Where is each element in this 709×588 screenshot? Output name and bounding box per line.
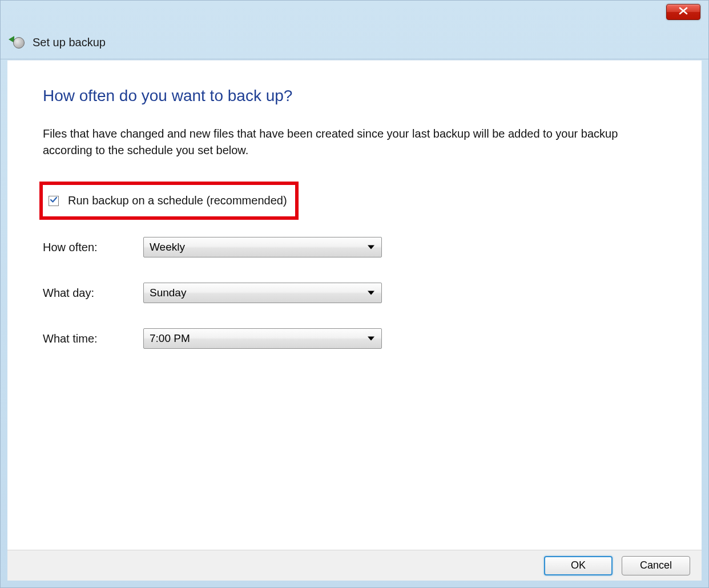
page-heading: How often do you want to back up? xyxy=(43,87,666,105)
close-button[interactable] xyxy=(666,4,700,20)
what-time-row: What time: 7:00 PM xyxy=(43,328,666,349)
ok-button-label: OK xyxy=(571,559,586,571)
how-often-row: How often: Weekly xyxy=(43,237,666,257)
what-day-dropdown[interactable]: Sunday xyxy=(143,283,382,303)
how-often-label: How often: xyxy=(43,241,143,254)
wizard-title: Set up backup xyxy=(33,36,106,49)
chevron-down-icon xyxy=(368,291,374,295)
how-often-value: Weekly xyxy=(150,241,185,253)
run-on-schedule-checkbox[interactable] xyxy=(49,196,59,206)
what-time-label: What time: xyxy=(43,332,143,345)
wizard-footer: OK Cancel xyxy=(7,550,702,581)
chevron-down-icon xyxy=(368,245,374,249)
what-day-row: What day: Sunday xyxy=(43,283,666,303)
what-time-value: 7:00 PM xyxy=(150,332,190,345)
chevron-down-icon xyxy=(368,337,374,341)
wizard-window: Set up backup How often do you want to b… xyxy=(0,0,709,588)
what-day-value: Sunday xyxy=(150,287,186,299)
run-on-schedule-label: Run backup on a schedule (recommended) xyxy=(68,194,287,207)
backup-wizard-icon xyxy=(10,35,26,51)
close-icon xyxy=(678,7,688,17)
how-often-dropdown[interactable]: Weekly xyxy=(143,237,382,257)
content-panel: How often do you want to back up? Files … xyxy=(7,60,702,553)
ok-button[interactable]: OK xyxy=(544,556,613,575)
page-description: Files that have changed and new files th… xyxy=(43,126,625,159)
checkmark-icon xyxy=(50,196,58,206)
cancel-button[interactable]: Cancel xyxy=(622,556,690,575)
cancel-button-label: Cancel xyxy=(640,559,672,571)
schedule-checkbox-highlight: Run backup on a schedule (recommended) xyxy=(39,182,299,220)
what-time-dropdown[interactable]: 7:00 PM xyxy=(143,328,382,349)
wizard-header: Set up backup xyxy=(1,26,708,59)
what-day-label: What day: xyxy=(43,287,143,300)
